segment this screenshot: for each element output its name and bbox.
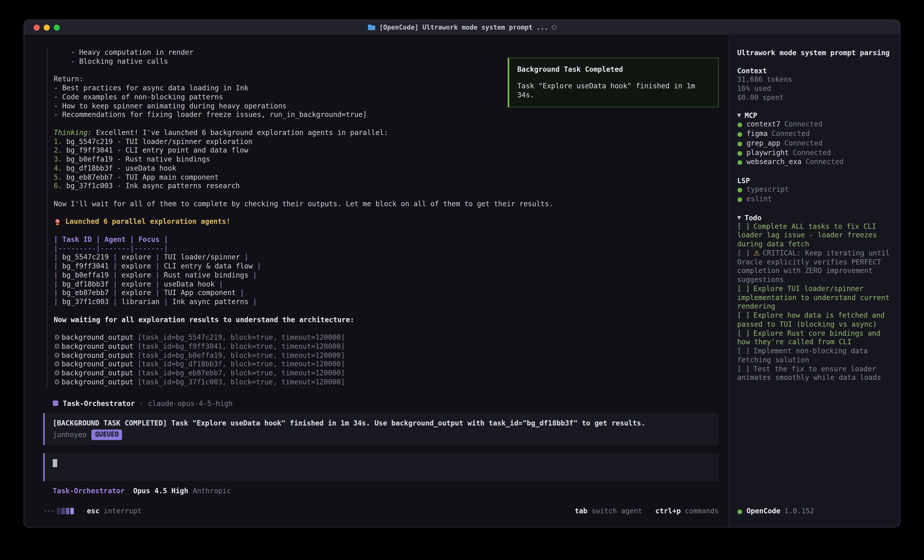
mcp-status: Connected: [772, 129, 810, 138]
mcp-item: ●figmaConnected: [737, 129, 891, 139]
table-row: | bg_37f1c003 | librarian | Ink async pa…: [54, 298, 718, 307]
launched-text: Launched 6 parallel exploration agents!: [65, 217, 230, 226]
lsp-list: ●typescript●eslint: [737, 185, 891, 204]
traffic-lights: [34, 24, 60, 30]
table-cell-task-id: bg_b0effa19: [62, 271, 109, 279]
wait-text: Now I'll wait for all of them to complet…: [54, 200, 718, 209]
todo-heading-label: Todo: [744, 213, 761, 222]
lsp-section: LSP ●typescript●eslint: [737, 176, 891, 204]
tab-hint: tab switch agent: [575, 507, 642, 515]
mcp-name: figma: [747, 129, 768, 138]
close-button[interactable]: [34, 24, 40, 30]
agent-list-item: 1.bg_5547c219 - TUI loader/spinner explo…: [54, 137, 718, 146]
tab-label: switch agent: [591, 507, 642, 515]
mcp-item: ●grep_appConnected: [737, 139, 891, 148]
minimize-button[interactable]: [44, 24, 50, 30]
table-cell-agent: explore: [122, 289, 151, 297]
mcp-status: Connected: [793, 148, 831, 157]
notification-toast: Background Task Completed Task "Explore …: [508, 58, 718, 107]
tool-args: [task_id=bg_37f1c003, block=true, timeou…: [138, 378, 345, 386]
rocket-icon: [54, 218, 61, 226]
todo-text: Explore Rust core bindings and how they'…: [737, 329, 885, 346]
terminal-main: Background Task Completed Task "Explore …: [24, 35, 728, 527]
mcp-item: ●context7Connected: [737, 120, 891, 130]
mcp-status: Connected: [784, 139, 822, 148]
statusbar-right: tab switch agent ctrl+p commands: [575, 507, 718, 515]
status-dot-icon: ●: [737, 139, 742, 148]
checkbox-icon: [ ]: [737, 222, 750, 230]
checkbox-icon: [ ]: [737, 347, 750, 355]
orchestrator-agent: Task-Orchestrator: [63, 399, 135, 408]
mcp-name: playwright: [747, 148, 789, 157]
todo-item: [ ]Test the fix to ensure loader animate…: [737, 365, 891, 382]
table-cell-task-id: bg_37f1c003: [62, 298, 109, 305]
table-cell-task-id: bg_df18bb3f: [62, 280, 109, 288]
table-cell-agent: explore: [122, 271, 151, 279]
commands-key: ctrl+p: [656, 507, 681, 515]
checkbox-icon: [ ]: [737, 329, 750, 337]
status-dot-icon: ●: [737, 158, 742, 167]
gear-icon: ⚙: [54, 360, 60, 368]
tool-call-list: ⚙background_output[task_id=bg_5547c219, …: [54, 333, 718, 386]
lsp-heading: LSP: [737, 176, 891, 185]
list-text: bg_5547c219 - TUI loader/spinner explora…: [66, 137, 253, 145]
progress-blocks-icon: [57, 508, 74, 514]
todo-item: [ ]Complete ALL tasks to fix CLI loader …: [737, 222, 891, 249]
todo-heading[interactable]: ▼Todo: [737, 213, 891, 222]
thinking-line: Thinking: Excellent! I've launched 6 bac…: [54, 129, 718, 138]
tool-call-line: ⚙background_output[task_id=bg_eb87ebb7, …: [54, 369, 718, 378]
window-title-area: [OpenCode] Ultrawork mode system prompt …: [24, 24, 900, 31]
prompt-input[interactable]: [43, 453, 718, 481]
table-header-row: | Task ID | Agent | Focus |: [54, 235, 718, 244]
tool-call-line: ⚙background_output[task_id=bg_f9ff3041, …: [54, 342, 718, 351]
input-footer: Task-Orchestrator Opus 4.5 High Anthropi…: [43, 486, 718, 495]
window-title: [OpenCode] Ultrawork mode system prompt …: [379, 24, 548, 31]
table-cell-focus: Rust native bindings: [164, 271, 248, 279]
list-text: bg_f9ff3041 - CLI entry point and data f…: [66, 146, 248, 154]
checkbox-icon: [ ]: [737, 311, 750, 319]
input-agent-name[interactable]: Task-Orchestrator: [53, 486, 125, 495]
tool-args: [task_id=bg_df18bb3f, block=true, timeou…: [138, 360, 345, 368]
table-separator-row: |---------|-------|-------|: [54, 244, 718, 253]
todo-text: CRITICAL: Keep iterating until Oracle ex…: [737, 249, 894, 284]
queued-badge: QUEUED: [92, 429, 122, 440]
completed-banner-meta: junhoyeo QUEUED: [53, 429, 712, 440]
todo-item: [ ]Explore TUI loader/spinner implementa…: [737, 284, 891, 311]
mcp-name: websearch_exa: [747, 158, 801, 167]
tool-args: [task_id=bg_eb87ebb7, block=true, timeou…: [138, 369, 345, 377]
status-dot-icon: ●: [737, 508, 742, 515]
list-text: bg_df18bb3f - useData hook: [66, 164, 176, 172]
tool-call-line: ⚙background_output[task_id=bg_5547c219, …: [54, 333, 718, 342]
app-name: OpenCode: [747, 507, 780, 515]
titlebar[interactable]: [OpenCode] Ultrawork mode system prompt …: [24, 20, 900, 35]
list-number: 2.: [54, 146, 62, 154]
status-dot-icon: ●: [737, 186, 742, 195]
table-row: | bg_df18bb3f | explore | useData hook |: [54, 280, 718, 289]
tool-args: [task_id=bg_b0effa19, block=true, timeou…: [138, 351, 345, 359]
table-cell-task-id: bg_5547c219: [62, 253, 109, 261]
maximize-button[interactable]: [54, 24, 60, 30]
input-model-name[interactable]: Opus 4.5 High: [134, 486, 188, 495]
completed-banner-text: [BACKGROUND TASK COMPLETED] Task "Explor…: [53, 418, 712, 427]
tool-name: background_output: [62, 369, 134, 377]
status-dot-icon: ●: [737, 195, 742, 204]
table-cell-focus: CLI entry & data flow: [164, 262, 253, 270]
warning-icon: ⚠: [753, 249, 760, 257]
lsp-name: eslint: [747, 195, 772, 204]
table-row: | bg_f9ff3041 | explore | CLI entry & da…: [54, 262, 718, 271]
mcp-status: Connected: [784, 120, 822, 129]
mcp-heading[interactable]: ▼MCP: [737, 111, 891, 120]
context-section: Context 31,686 tokens16% used$0.00 spent: [737, 66, 891, 102]
commands-hint: ctrl+p commands: [656, 507, 718, 515]
status-circle-icon: [552, 25, 556, 30]
notification-title: Background Task Completed: [517, 65, 710, 74]
lsp-item: ●eslint: [737, 195, 891, 204]
table-cell-focus: TUI loader/spinner: [164, 253, 240, 261]
list-text: bg_eb87ebb7 - TUI App main component: [66, 173, 219, 181]
todo-list: [ ]Complete ALL tasks to fix CLI loader …: [737, 222, 891, 382]
dot-separator: ·: [140, 399, 144, 408]
chevron-down-icon: ▼: [737, 111, 741, 120]
agent-square-icon: [53, 400, 58, 406]
todo-item: [ ]Implement non-blocking data fetching …: [737, 347, 891, 365]
checkbox-icon: [ ]: [737, 365, 750, 373]
